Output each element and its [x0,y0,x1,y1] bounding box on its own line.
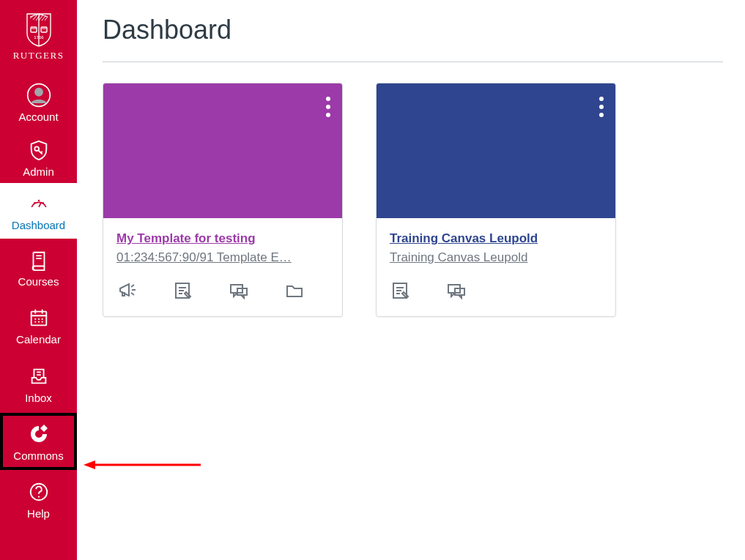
card-body: My Template for testing 01:234:567:90/91… [103,218,342,316]
discussions-icon[interactable] [228,280,250,302]
svg-point-8 [42,201,43,203]
nav-inbox[interactable]: Inbox [0,354,77,413]
nav-help[interactable]: Help [0,470,77,529]
kebab-icon[interactable] [599,97,604,117]
nav-courses[interactable]: Courses [0,239,77,296]
nav-label: Commons [13,449,63,462]
svg-point-4 [34,87,43,96]
commons-icon [26,422,51,447]
announcements-icon[interactable] [116,280,138,302]
nav-calendar[interactable]: Calendar [0,296,77,354]
calendar-icon [26,305,51,330]
card-title[interactable]: Training Canvas Leupold [390,231,602,246]
nav-label: Calendar [16,333,61,346]
inbox-icon [26,364,51,389]
nav-label: Dashboard [12,219,65,231]
dashboard-cards: My Template for testing 01:234:567:90/91… [103,83,723,317]
files-icon[interactable] [283,280,305,302]
svg-point-6 [34,201,35,203]
main-content: Dashboard My Template for testing 01:234… [77,0,745,560]
nav-account[interactable]: Account [0,73,77,132]
card-body: Training Canvas Leupold Training Canvas … [377,218,615,316]
nav-commons[interactable]: Commons [0,413,77,470]
nav-label: Account [18,111,58,123]
assignments-icon[interactable] [172,280,194,302]
brand-name: RUTGERS [13,50,64,61]
help-icon [26,479,51,504]
user-icon [26,83,51,108]
card-subtitle[interactable]: 01:234:567:90/91 Template E… [116,250,329,265]
card-actions [390,280,602,309]
svg-point-11 [37,496,39,497]
nav-dashboard[interactable]: Dashboard [0,183,77,239]
nav-admin[interactable]: Admin [0,132,77,183]
svg-text:1766: 1766 [34,35,44,40]
card-hero [103,83,342,218]
course-card[interactable]: My Template for testing 01:234:567:90/91… [103,83,343,317]
nav-label: Inbox [25,392,52,404]
divider [103,61,723,62]
gauge-icon [26,191,51,216]
svg-point-7 [37,199,39,201]
card-hero [377,83,615,218]
kebab-icon[interactable] [326,97,330,117]
global-nav: 1766 RUTGERS Account Admin Dashboard Cou… [0,0,77,560]
card-subtitle[interactable]: Training Canvas Leupold [390,250,602,265]
assignments-icon[interactable] [390,280,412,302]
nav-label: Help [27,507,50,520]
discussions-icon[interactable] [445,280,467,302]
shield-key-icon [26,138,51,163]
nav-label: Courses [18,275,59,288]
nav-label: Admin [23,165,54,178]
card-actions [116,280,329,309]
book-icon [26,247,51,272]
brand-logo[interactable]: 1766 RUTGERS [0,0,77,73]
svg-rect-0 [31,27,37,32]
card-title[interactable]: My Template for testing [116,231,329,246]
shield-icon: 1766 [23,12,54,48]
page-title: Dashboard [103,15,723,45]
course-card[interactable]: Training Canvas Leupold Training Canvas … [376,83,616,317]
svg-rect-1 [41,27,47,32]
